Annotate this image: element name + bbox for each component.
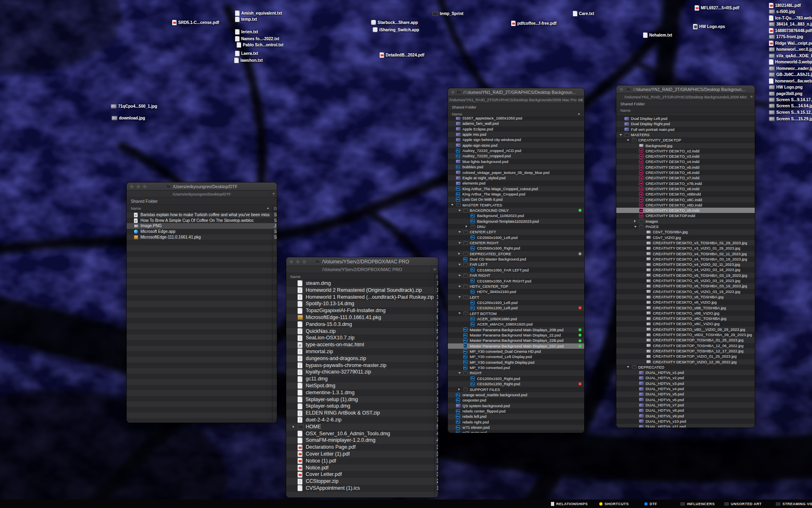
file-row[interactable]: QuickNas.zip5 <box>286 328 438 335</box>
close-button[interactable] <box>289 260 293 263</box>
file-row[interactable]: CREATIVITY DESKTO_v5_TOSHIBA_03_19_2023.… <box>616 273 755 278</box>
file-row[interactable]: Dual Display Left.psd <box>616 116 755 121</box>
finder-window-mac-pro[interactable]: /Volumes/YServ2/DROPBOX/MAC PRO /Volumes… <box>286 257 438 497</box>
file-row[interactable]: CREATIVITY DESKTO_v8D__VIZIO_09_29_2023.… <box>616 327 755 332</box>
file-row[interactable]: IdCREATIVITY DESKTO_v7.indd <box>616 175 755 180</box>
file-row[interactable]: 5kplayer-setup (1).dmg1 <box>286 396 438 403</box>
file-row[interactable]: Pandora-15.0.3.dmg7 <box>286 321 438 328</box>
file-row[interactable]: PsDual CD Master Background.psd <box>448 256 584 262</box>
file-row[interactable]: QS system background.psd <box>448 403 584 408</box>
file-row[interactable]: Declarations Page.pdf3 <box>286 444 438 451</box>
desktop-icon[interactable]: pdfcoffee...f-free.pdf <box>512 20 557 26</box>
zoom-button[interactable] <box>143 185 147 188</box>
file-row[interactable]: CREATIVITY DESKTOP_TOSHIBA_12_17_2022.jp… <box>616 348 755 354</box>
desktop-icon[interactable]: GB-Jb9C...AShJ1.jpg <box>769 72 812 77</box>
desktop-icon[interactable]: 71qCpo4...500_1.jpg <box>111 103 157 109</box>
file-row[interactable]: IdCREATIVITY DESKTO_v2.indd <box>616 148 755 154</box>
column-header-name[interactable]: Name <box>448 111 584 117</box>
file-row[interactable]: DUAL_HDTVs_v5.psd <box>616 391 755 397</box>
column-header-date[interactable]: D <box>274 206 277 211</box>
file-row[interactable]: loyalty-chicano-32779011.zip1 <box>286 369 438 376</box>
file-row[interactable]: apple-sign-store.psd <box>448 143 584 148</box>
file-row[interactable]: IdCREATIVITY DESKTO_v5.indd <box>616 165 755 170</box>
window-titlebar[interactable]: /Volumes/YN1_RAID_2T/GRAPHICS/Desktop Ba… <box>448 88 584 96</box>
file-row[interactable]: Cover Letter (1).pdf3 <box>286 451 438 458</box>
file-row[interactable]: Psrebels left.psd <box>448 414 584 419</box>
disclosure-open-icon[interactable] <box>627 366 629 368</box>
file-row[interactable]: images <box>616 219 755 224</box>
file-row[interactable]: Pssr71 main.psd <box>448 430 584 433</box>
file-row[interactable]: Psrebels right.psd <box>448 419 584 425</box>
add-tab-button[interactable]: + <box>577 96 584 103</box>
file-row[interactable]: blue lights background.psd <box>448 159 584 164</box>
file-row[interactable]: PsMP_Y30 converted_Right Display.psd <box>448 360 584 365</box>
file-row[interactable]: DUAL_HDTVs_v6.psd <box>616 397 755 402</box>
file-row[interactable]: CREATIVITY DESKTO_v8C_TOSHIBA.jpg <box>616 316 755 321</box>
disclosure-open-icon[interactable] <box>458 231 461 233</box>
file-row[interactable]: PsKing Arthur_The Mage_Cropped.psd <box>448 191 584 197</box>
file-row[interactable]: Eagle at night_styled.psd <box>448 175 584 180</box>
file-row[interactable]: Notice (1).pdf3 <box>286 458 438 465</box>
file-row[interactable]: Apple Eclipse.psd <box>448 126 584 132</box>
file-row[interactable]: gc11.dmg1 <box>286 376 438 382</box>
file-row[interactable]: MASTER TEMPLATES <box>448 202 584 208</box>
add-tab-button[interactable]: + <box>431 266 438 273</box>
file-row[interactable]: DUAL_HDTVs_v2.psd <box>616 375 755 380</box>
file-row[interactable]: IdCREATIVITY DESKTO_v6.indd <box>616 170 755 175</box>
desktop-icon[interactable]: Screen S...9.14.17.jpg <box>769 97 812 102</box>
disclosure-closed-icon[interactable] <box>634 220 636 222</box>
file-row[interactable]: BACKGROUND ONLY <box>448 208 584 213</box>
desktop-icon[interactable]: Laera.txt <box>235 50 258 56</box>
file-row[interactable]: Homeworld 2 Remastered (Original Soundtr… <box>286 287 438 294</box>
file-row[interactable]: CREATIVITY_DESKTOP <box>616 137 755 143</box>
desktop-icon[interactable]: DetailedB...2024.pdf <box>380 52 424 58</box>
file-row[interactable]: OSX_Server_10.6_Admin_Tools.dmg4 <box>286 430 438 437</box>
file-row[interactable]: IdCREATIVITY DESKTO_v8C.indd <box>616 197 755 202</box>
file-row[interactable]: CREATIVITY DESKTO_v5_VIZIO_03_19_2023.jp… <box>616 278 755 283</box>
file-row[interactable]: Psbubbles.psd <box>448 164 584 169</box>
close-button[interactable] <box>130 185 134 188</box>
file-row[interactable]: CREATIVITY DESKTO_v4_TOSHIBA_02_11_2023.… <box>616 251 755 256</box>
disclosure-open-icon[interactable] <box>458 372 461 374</box>
disclosure-open-icon[interactable] <box>627 139 629 141</box>
file-row[interactable]: Psosxposter.psd <box>448 397 584 403</box>
add-tab-button[interactable]: + <box>748 93 755 100</box>
zoom-button[interactable] <box>633 87 636 91</box>
file-row[interactable]: type-accents-on-mac.html3 <box>286 341 438 348</box>
file-row[interactable]: adams_fam_wall.psd <box>448 121 584 126</box>
file-row[interactable]: CREATIVITY DESKTO_v8D2_TOSHIBA_09_29_202… <box>616 332 755 337</box>
column-header-name[interactable]: NameD <box>286 273 438 280</box>
desktop-icon[interactable]: page3bill.png <box>769 91 802 96</box>
file-row[interactable]: PsMP_Y30 converted_Dual Cinema HD.psd <box>448 349 584 354</box>
file-row[interactable]: colored_vintage_paper_texture_05_deep_bl… <box>448 170 584 175</box>
file-row[interactable]: PsCD2560x1600_Right.psd <box>448 245 584 251</box>
desktop-icon[interactable]: Names fo...-2022.txt <box>235 36 279 41</box>
disclosure-open-icon[interactable] <box>458 286 461 287</box>
file-row[interactable]: bypass-paywalls-chrome-master.zip1 <box>286 362 438 369</box>
desktop-icon[interactable]: Homewor...eader.jpg <box>769 65 812 71</box>
column-header-name[interactable]: Name <box>616 107 755 113</box>
file-row[interactable]: PsAudrey_72220_cropped.psd <box>448 153 584 158</box>
file-row[interactable]: PsCD1200x1920_Left.psd <box>448 300 584 305</box>
desktop-icon[interactable]: Nehalem.txt <box>644 32 672 38</box>
file-row[interactable]: Background.jpg <box>616 143 755 148</box>
file-row[interactable]: MicrosoftEdge-111.0.1661.41.pkg9 <box>286 314 438 321</box>
desktop-icon[interactable]: Starbuck...Share.app <box>371 20 418 25</box>
file-row[interactable]: ELDEN RING ArtBook & OST.zip1 <box>286 410 438 417</box>
file-row-selected[interactable]: IdCREATIVITY DESKTO_v9.indd <box>616 208 755 213</box>
disclosure-open-icon[interactable] <box>458 210 461 211</box>
zoom-button[interactable] <box>464 90 468 94</box>
desktop-icon[interactable]: Homeworld-3.webp <box>769 59 812 65</box>
file-row[interactable]: HOME5 <box>286 423 438 430</box>
column-header-date[interactable]: D <box>436 274 438 279</box>
file-row[interactable]: PsCD2560x1600_Left.psd <box>448 235 584 240</box>
file-row[interactable]: PsACER_eMACH_1080X1920.psd <box>448 321 584 327</box>
file-row[interactable]: Homeworld 1 Remastered (...oundtrack)-Pa… <box>286 294 438 301</box>
desktop-icon[interactable]: SRD5.1-C...cense.pdf <box>173 20 219 25</box>
desktop-icon[interactable]: 1488073876448.pdf <box>769 28 812 33</box>
taskbar-item-shortcuts[interactable]: SHORTCUTS <box>599 499 629 508</box>
file-row[interactable]: CREATIVITY DESKTO_v4_VIZIO_02_11_2023.jp… <box>616 262 755 267</box>
file-row[interactable]: DEPRECATED_STORE <box>448 251 584 256</box>
minimize-button[interactable] <box>296 260 300 263</box>
file-row[interactable]: CCStopper.zip2 <box>286 478 438 485</box>
